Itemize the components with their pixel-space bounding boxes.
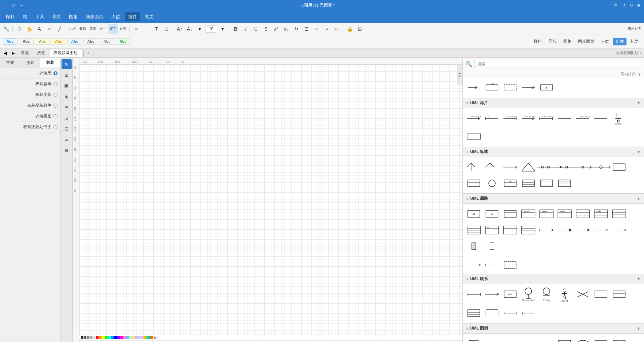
toolbar-ol[interactable]: ≡	[312, 24, 321, 34]
shape-uml2-15[interactable]	[556, 176, 573, 191]
sidebar-radio-3[interactable]	[53, 104, 58, 108]
font-size-input[interactable]: 10	[205, 25, 217, 33]
sidebar-radio-5[interactable]	[53, 125, 58, 129]
shape-uml2-1[interactable]	[465, 160, 482, 175]
shape-uml2-12[interactable]: «I»	[502, 176, 519, 191]
shape-type-abc1[interactable]: Abc	[3, 38, 17, 45]
toolbar-subscript[interactable]: x₂	[281, 24, 291, 34]
toolbar-line[interactable]: ╱	[55, 24, 64, 34]
toolbar-italic[interactable]: I	[241, 24, 251, 34]
color-swatch[interactable]	[123, 336, 126, 339]
section-uml3-toggle[interactable]: ▼	[637, 196, 641, 201]
shape-u8[interactable]: «ref»	[593, 206, 609, 221]
menu-item-7[interactable]: 组件	[125, 12, 140, 21]
tb2-btn-component[interactable]: 组件	[613, 38, 627, 45]
search-icon[interactable]: 🔍	[614, 3, 619, 8]
shape-uml2-5[interactable]	[538, 160, 555, 175]
shape-u7[interactable]	[574, 206, 591, 221]
shape-w2[interactable]	[484, 336, 500, 342]
shape-w4[interactable]: many	[520, 336, 537, 342]
ib-image[interactable]: ▣	[62, 81, 72, 91]
shape-type-abc7[interactable]: Abc	[100, 38, 114, 45]
shape-uml2-10[interactable]	[465, 176, 482, 191]
top-shape-2[interactable]	[502, 80, 519, 95]
tab-0[interactable]: 常规	[17, 49, 33, 57]
sidebar-radio-0[interactable]	[53, 71, 58, 75]
ib-format[interactable]: ≣	[62, 135, 72, 145]
shape-u12[interactable]	[502, 223, 519, 237]
toolbar-text[interactable]: A	[35, 24, 44, 34]
toolbar-line-style[interactable]: ━	[131, 24, 141, 34]
shape-uml2-6[interactable]	[556, 160, 573, 175]
shape-type-abc5[interactable]: Abc	[67, 38, 82, 45]
shape-u16[interactable]	[574, 223, 591, 237]
sidebar-radio-2[interactable]	[53, 93, 58, 97]
top-shape-4[interactable]: A	[538, 80, 555, 95]
shape-w3[interactable]	[502, 336, 519, 342]
toolbar-hand[interactable]: ✋	[25, 24, 34, 34]
tab-1[interactable]: 洗装	[33, 49, 49, 57]
shape-uml2-14[interactable]	[538, 176, 555, 191]
section-uml3-header[interactable]: × UML 霸路 ▼	[463, 194, 644, 204]
shape-uml2-9[interactable]	[611, 160, 628, 175]
menu-item-1[interactable]: 格	[20, 12, 31, 21]
shape-type-abc6[interactable]: Abc	[83, 38, 98, 45]
color-swatch[interactable]	[111, 336, 114, 339]
section-uml2-toggle[interactable]: ▼	[637, 150, 641, 154]
shape-u1[interactable]: alt	[465, 206, 482, 221]
ib-shapes[interactable]: ⊞	[62, 70, 72, 80]
tab-close-button[interactable]: ×	[85, 50, 92, 56]
toolbar-superscript[interactable]: x²	[271, 24, 281, 34]
shape-v12[interactable]	[484, 306, 500, 320]
panel-collapse-btn[interactable]: ▲ ▼	[457, 65, 462, 85]
tab-forward-arrow[interactable]: ▶	[9, 49, 17, 57]
shape-v2[interactable]	[484, 287, 500, 302]
close-button[interactable]: ✕	[3, 3, 8, 8]
toolbar-arrow-style[interactable]: →	[142, 24, 151, 34]
shape-uml2-3[interactable]	[502, 160, 519, 175]
tb2-btn-chart[interactable]: 图集	[561, 38, 574, 45]
shape-v7-actor[interactable]: Actor	[556, 287, 573, 304]
toolbar-group[interactable]: ⊡	[355, 24, 365, 34]
rp-search-input[interactable]	[474, 60, 641, 68]
menu-item-4[interactable]: 图集	[66, 12, 81, 21]
shape-w1[interactable]	[465, 336, 482, 342]
toolbar-font-up[interactable]: A↑	[175, 24, 184, 34]
toolbar-underline[interactable]: U	[251, 24, 261, 34]
color-swatch[interactable]	[135, 336, 138, 339]
shape-w6[interactable]	[556, 336, 573, 342]
shape-v1[interactable]	[465, 287, 482, 302]
section-uml5-toggle[interactable]: ▼	[637, 326, 641, 331]
shape-u3[interactable]	[502, 206, 519, 221]
shape-w7[interactable]	[574, 336, 591, 342]
top-shape-1[interactable]	[484, 80, 500, 95]
shape-w8[interactable]	[593, 336, 609, 342]
shape-arr1[interactable]: CR-ASSOC	[465, 111, 482, 126]
toolbar-font-down[interactable]: A↓	[185, 24, 194, 34]
toolbar-font-dropdown[interactable]: ▼	[195, 24, 204, 34]
ib-table[interactable]: ≡	[62, 102, 72, 112]
shape-v8-x[interactable]	[574, 287, 591, 302]
shape-uml2-11[interactable]	[484, 176, 500, 191]
shape-u19[interactable]	[465, 239, 482, 254]
toolbar-indent[interactable]: ⇥	[322, 24, 331, 34]
toolbar-size[interactable]: 小大	[68, 24, 77, 34]
section-uml4-header[interactable]: × UML 联系 ▼	[463, 274, 644, 284]
menu-item-6[interactable]: 人益	[108, 12, 123, 21]
section-uml5-header[interactable]: × UML 图例 ▼	[463, 324, 644, 334]
toolbar-rotate[interactable]: ↻	[292, 24, 301, 34]
shape-u11[interactable]: attr	[484, 223, 500, 237]
toolbar-text2[interactable]: T	[152, 24, 161, 34]
shape-arr7[interactable]: CR-ASSOC	[574, 111, 591, 126]
shape-uml2-8[interactable]	[593, 160, 609, 175]
toolbar-outdent[interactable]: ⇤	[332, 24, 341, 34]
tabs-right-icon[interactable]: ⊕	[640, 51, 643, 55]
top-shape-3[interactable]	[520, 80, 537, 95]
shape-u10[interactable]	[465, 223, 482, 237]
section-uml2-header[interactable]: × UML 标线 ▼	[463, 147, 644, 157]
shape-uml2-2[interactable]	[484, 160, 500, 175]
color-swatch[interactable]	[90, 336, 92, 339]
toolbar-align[interactable]: 对齐	[118, 24, 128, 34]
toolbar-decorate[interactable]: 装饰	[78, 24, 87, 34]
shape-v9[interactable]	[593, 287, 609, 302]
